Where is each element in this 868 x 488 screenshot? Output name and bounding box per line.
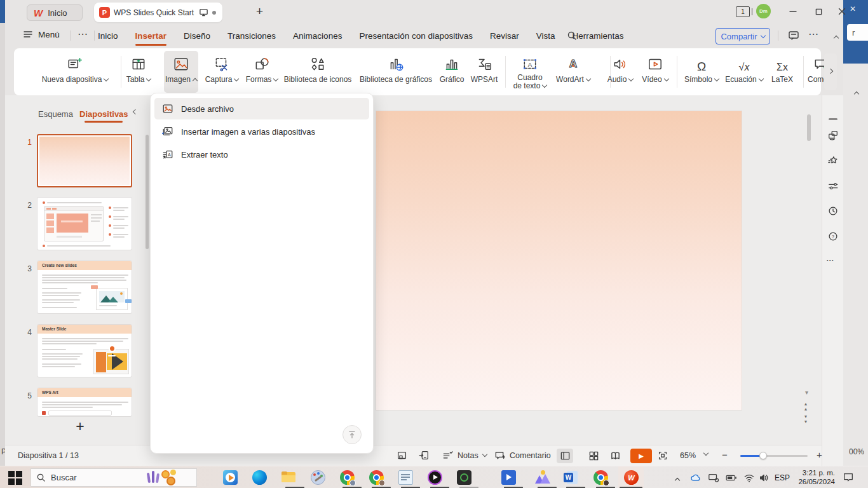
slide-sorter-view-button[interactable] (585, 449, 602, 463)
zoom-slider-track[interactable] (740, 455, 808, 457)
play-from-device-icon[interactable] (418, 450, 430, 461)
movies-tv-icon[interactable] (501, 470, 516, 485)
equation-button[interactable]: Ecuación (723, 51, 765, 93)
share-button[interactable]: Compartir (715, 28, 770, 44)
reading-view-button[interactable] (607, 449, 623, 463)
search-icon[interactable] (567, 30, 577, 41)
more-actions-button[interactable] (808, 29, 818, 39)
fit-slide-icon[interactable] (657, 450, 668, 461)
normal-view-button[interactable] (557, 449, 573, 463)
collapse-ribbon-button[interactable] (834, 36, 839, 41)
symbol-button[interactable]: Símbolo (681, 51, 722, 93)
menu-revisar[interactable]: Revisar (490, 31, 519, 41)
media-player-icon[interactable] (223, 470, 238, 485)
zoom-level[interactable]: 65% (680, 451, 696, 460)
transitions-pane-icon[interactable] (827, 130, 839, 141)
menu-item-from-file[interactable]: Desde archivo (154, 98, 369, 119)
capture-app-icon[interactable] (457, 470, 471, 485)
menu-diseno[interactable]: Diseño (184, 31, 210, 41)
slideshow-button[interactable] (630, 449, 652, 463)
comments-icon[interactable] (788, 30, 799, 41)
chrome-profile3-icon[interactable] (593, 470, 608, 485)
table-button[interactable]: Tabla (119, 51, 158, 93)
chrome-profile2-icon[interactable] (369, 470, 384, 485)
tab-esquema[interactable]: Esquema (38, 109, 73, 119)
image-button[interactable]: Imagen (164, 51, 198, 93)
menu-presentacion[interactable]: Presentación con diapositivas (359, 31, 473, 41)
zoom-out-button[interactable] (722, 450, 728, 459)
new-slide-status-icon[interactable] (397, 450, 408, 461)
new-slide-button[interactable]: Nueva diapositiva (33, 51, 117, 93)
effects-pane-icon[interactable] (827, 155, 839, 166)
slide-thumbnail-1[interactable] (37, 134, 132, 187)
next-slide-button[interactable] (804, 414, 807, 424)
notes-button[interactable]: Notas (442, 450, 487, 461)
start-button[interactable] (8, 470, 23, 485)
slide-canvas[interactable] (376, 111, 742, 410)
clock[interactable]: 3:21 p. m. 26/05/2024 (793, 468, 835, 486)
audio-button[interactable]: Audio (604, 51, 637, 93)
menu-animaciones[interactable]: Animaciones (293, 31, 342, 41)
canvas-scrollbar[interactable] (807, 114, 811, 141)
slide-thumbnail-5[interactable]: WPS Art (37, 388, 132, 417)
background-share-button-partial[interactable]: r (847, 24, 868, 41)
document-tab[interactable]: P WPS Slides Quick Start Guide.p (94, 3, 222, 22)
slide-thumbnail-4[interactable]: Master Slide (37, 324, 132, 377)
zoom-slider-handle[interactable] (759, 452, 767, 459)
menu-insertar[interactable]: Insertar (135, 31, 167, 41)
zoom-in-button[interactable] (817, 450, 822, 459)
previous-slide-button[interactable] (804, 402, 807, 412)
battery-icon[interactable] (726, 472, 737, 484)
zoom-chevron-icon[interactable] (703, 451, 709, 456)
word-icon[interactable]: W (564, 470, 578, 485)
search-input[interactable] (51, 473, 140, 482)
menu-item-image-multiple-slides[interactable]: Insertar imagen a varias diapositivas (154, 121, 369, 142)
scroll-down-icon[interactable] (805, 390, 808, 396)
chrome-profile1-icon[interactable] (340, 470, 355, 485)
m-app-icon[interactable] (535, 470, 550, 485)
menu-inicio[interactable]: Inicio (98, 31, 118, 41)
ribbon-expand-button[interactable] (824, 53, 837, 90)
volume-icon[interactable] (759, 472, 770, 484)
tab-diapositivas[interactable]: Diapositivas (79, 109, 128, 119)
dark-player-icon[interactable] (428, 470, 442, 485)
history-pane-icon[interactable] (827, 205, 839, 217)
notepad-icon[interactable] (398, 470, 413, 485)
settings-pane-icon[interactable] (827, 180, 839, 192)
more-panes-button[interactable] (827, 258, 834, 262)
new-tab-button[interactable] (256, 5, 263, 17)
latex-button[interactable]: LaTeX (766, 51, 798, 93)
icon-library-button[interactable]: Biblioteca de iconos (280, 51, 355, 93)
menu-herramientas[interactable]: Herramientas (573, 31, 624, 41)
wifi-icon[interactable] (743, 472, 755, 484)
hide-sidebar-icon[interactable] (829, 118, 837, 120)
menu-transiciones[interactable]: Transiciones (227, 31, 276, 41)
edge-icon[interactable] (252, 470, 267, 485)
close-button[interactable] (832, 4, 851, 19)
wps-office-icon[interactable]: W (624, 470, 639, 485)
window-list-badge[interactable]: 1 (736, 6, 750, 17)
video-button[interactable]: Vídeo (639, 51, 671, 93)
language-indicator[interactable]: ESP (775, 473, 790, 482)
slide-thumbnail-3[interactable]: Create new slides (37, 261, 132, 314)
text-box-button[interactable]: A Cuadro de texto (510, 51, 550, 93)
add-slide-button[interactable] (71, 419, 89, 434)
main-menu-button[interactable]: Menú (23, 29, 60, 39)
comment-status-button[interactable]: Comentario (494, 450, 551, 461)
upload-image-button[interactable] (342, 425, 362, 444)
file-explorer-icon[interactable] (281, 470, 296, 485)
minimize-button[interactable] (783, 4, 803, 19)
wpsart-button[interactable]: WPSArt (469, 51, 499, 93)
shapes-button[interactable]: Formas (243, 51, 281, 93)
chart-library-button[interactable]: Biblioteca de gráficos (349, 51, 442, 93)
more-menus-button[interactable] (78, 29, 88, 39)
panel-scrollbar[interactable] (146, 135, 149, 249)
menu-item-extract-text[interactable]: A Extraer texto (154, 144, 369, 165)
home-tab[interactable]: W Inicio (27, 4, 83, 21)
paint-icon[interactable] (311, 470, 325, 485)
help-icon[interactable]: ? (827, 231, 839, 242)
onedrive-icon[interactable] (690, 472, 702, 484)
menu-vista[interactable]: Vista (536, 31, 555, 41)
capture-button[interactable]: Captura (201, 51, 242, 93)
slide-thumbnail-2[interactable] (37, 197, 132, 250)
